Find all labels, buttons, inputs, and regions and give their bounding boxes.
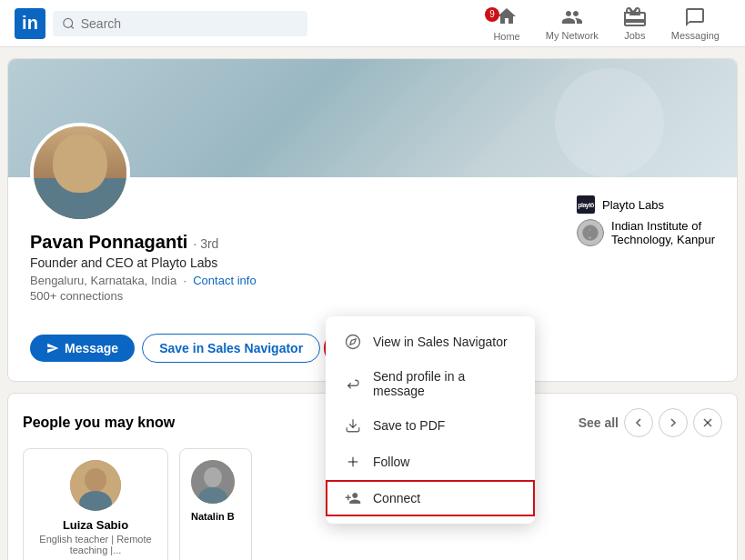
profile-location: Bengaluru, Karnataka, India · Contact in…: [30, 274, 715, 287]
svg-point-0: [64, 18, 73, 27]
person-avatar-0: [70, 460, 121, 511]
home-badge: 9: [485, 7, 499, 22]
person-avatar-1: [191, 460, 235, 504]
dropdown-item-connect[interactable]: Connect: [326, 480, 535, 516]
chevron-right-icon: [666, 415, 680, 430]
compass-icon: [344, 333, 362, 351]
person-card-partial: Natalin B: [179, 448, 252, 560]
see-all-row: See all: [579, 408, 722, 437]
profile-connections: 500+ connections: [30, 289, 715, 303]
profile-headline: Founder and CEO at Playto Labs: [30, 255, 715, 270]
profile-right-info: playtō Playto Labs Indian Institute of T…: [577, 195, 715, 246]
company-name: Playto Labs: [602, 198, 664, 212]
close-icon: [700, 415, 715, 430]
school-row: Indian Institute of Technology, Kanpur: [577, 219, 715, 246]
person-name-1: Natalin B: [191, 511, 240, 522]
dropdown-item-follow[interactable]: Follow: [326, 444, 535, 480]
search-bar[interactable]: [53, 11, 307, 36]
svg-point-3: [347, 335, 360, 349]
prev-people-button[interactable]: [624, 408, 653, 437]
banner-decoration: [555, 68, 664, 177]
profile-degree: · 3rd: [193, 236, 218, 251]
svg-point-11: [85, 468, 106, 492]
avatar: [30, 123, 130, 223]
share-icon: [344, 375, 362, 393]
navbar: in 9 Home My Network Jobs Messaging: [0, 0, 745, 47]
main-content: playtō Playto Labs Indian Institute of T…: [0, 58, 745, 560]
dropdown-item-save-pdf[interactable]: Save to PDF: [326, 407, 535, 444]
chevron-left-icon: [631, 415, 646, 430]
close-people-button[interactable]: [693, 408, 722, 437]
send-icon: [46, 342, 59, 355]
people-title: People you may know: [23, 415, 175, 431]
linkedin-logo[interactable]: in: [15, 8, 45, 39]
search-icon: [62, 16, 76, 31]
dropdown-item-send-profile[interactable]: Send profile in a message: [326, 360, 535, 407]
profile-name: Pavan Ponnaganti: [30, 232, 187, 253]
network-icon: [561, 6, 583, 28]
person-title-0: English teacher | Remote teaching |...: [35, 534, 156, 555]
nav-item-messaging[interactable]: Messaging: [660, 3, 730, 45]
plus-icon: [344, 453, 362, 471]
svg-point-14: [204, 467, 222, 487]
school-logo: [577, 219, 604, 246]
jobs-icon: [624, 6, 646, 28]
nav-item-jobs[interactable]: Jobs: [613, 3, 657, 45]
svg-line-1: [71, 25, 74, 28]
dropdown-menu: View in Sales Navigator Send profile in …: [326, 316, 535, 524]
next-people-button[interactable]: [659, 408, 688, 437]
school-name: Indian Institute of Technology, Kanpur: [611, 219, 715, 246]
nav-item-home[interactable]: 9 Home: [482, 2, 530, 45]
company-logo: playtō: [577, 195, 595, 214]
see-all-link[interactable]: See all: [579, 415, 619, 430]
person-card-0: Luiza Sabio English teacher | Remote tea…: [23, 448, 168, 560]
download-icon: [344, 416, 362, 435]
message-button[interactable]: Message: [30, 335, 135, 362]
person-plus-icon: [344, 489, 362, 507]
person-name-0: Luiza Sabio: [63, 518, 128, 532]
svg-marker-4: [350, 339, 356, 345]
nav-items: 9 Home My Network Jobs Messaging: [482, 2, 730, 45]
save-sales-nav-button[interactable]: Save in Sales Navigator: [142, 334, 320, 363]
search-input[interactable]: [81, 16, 298, 31]
nav-item-network[interactable]: My Network: [535, 3, 609, 45]
messaging-icon: [684, 6, 706, 28]
contact-info-link[interactable]: Contact info: [193, 274, 256, 287]
company-row: playtō Playto Labs: [577, 195, 715, 214]
dropdown-item-view-sales-nav[interactable]: View in Sales Navigator: [326, 324, 535, 360]
